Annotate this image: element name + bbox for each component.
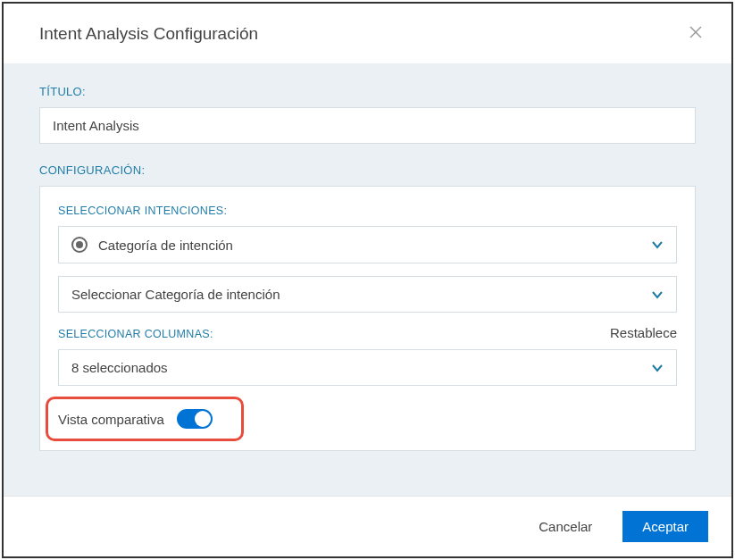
config-panel: SELECCIONAR INTENCIONES: Categoría de in… — [39, 186, 696, 451]
cancel-button[interactable]: Cancelar — [522, 511, 608, 542]
select-category-dropdown[interactable]: Seleccionar Categoría de intención — [58, 276, 677, 313]
intentions-label: SELECCIONAR INTENCIONES: — [58, 205, 677, 217]
config-modal: Intent Analysis Configuración TÍTULO: CO… — [2, 2, 733, 558]
chevron-down-icon — [651, 238, 664, 251]
compare-view-toggle[interactable] — [177, 409, 213, 429]
modal-footer: Cancelar Aceptar — [4, 496, 731, 556]
title-input[interactable] — [39, 107, 696, 144]
radio-icon — [71, 237, 88, 253]
close-button[interactable] — [685, 21, 706, 46]
close-icon — [689, 25, 703, 42]
dropdown-text: 8 seleccionados — [71, 360, 168, 375]
chevron-down-icon — [651, 288, 664, 301]
modal-title: Intent Analysis Configuración — [39, 24, 258, 44]
title-section-label: TÍTULO: — [39, 85, 696, 98]
chevron-down-icon — [651, 362, 664, 374]
columns-label: SELECCIONAR COLUMNAS: — [58, 328, 213, 340]
modal-header: Intent Analysis Configuración — [4, 4, 731, 63]
compare-view-row: Vista comparativa — [58, 404, 677, 434]
intention-category-dropdown[interactable]: Categoría de intención — [58, 226, 677, 263]
columns-section: SELECCIONAR COLUMNAS: Restablece 8 selec… — [58, 325, 677, 386]
dropdown-left: 8 seleccionados — [71, 360, 168, 375]
modal-body: TÍTULO: CONFIGURACIÓN: SELECCIONAR INTEN… — [4, 63, 731, 496]
dropdown-text: Seleccionar Categoría de intención — [71, 287, 280, 302]
compare-view-label: Vista comparativa — [58, 412, 164, 427]
columns-dropdown[interactable]: 8 seleccionados — [58, 349, 677, 386]
reset-button[interactable]: Restablece — [610, 325, 677, 340]
dropdown-left: Seleccionar Categoría de intención — [71, 287, 280, 302]
dropdown-left: Categoría de intención — [71, 237, 233, 253]
columns-label-row: SELECCIONAR COLUMNAS: Restablece — [58, 325, 677, 340]
dropdown-text: Categoría de intención — [98, 238, 233, 253]
accept-button[interactable]: Aceptar — [622, 511, 708, 542]
config-section-label: CONFIGURACIÓN: — [39, 163, 696, 177]
